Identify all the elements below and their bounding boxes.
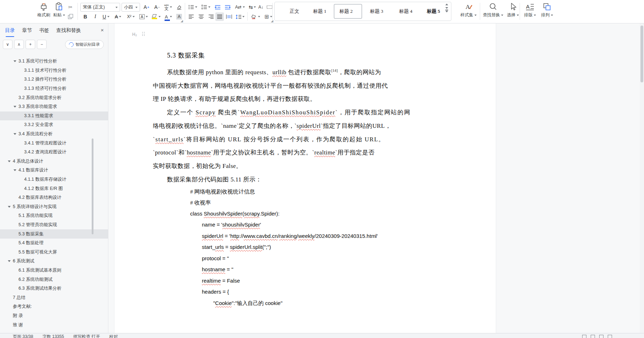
document-text-line[interactable]: "Cookie":"输入自己的 cookie" — [213, 300, 283, 307]
justify-button[interactable] — [215, 12, 224, 21]
text-direction-button[interactable]: A⇄ — [234, 3, 246, 11]
toc-item[interactable]: 5.4 数据处理 — [0, 239, 108, 248]
line-spacing-button[interactable] — [234, 12, 246, 21]
style-heading5[interactable]: 标题 5 — [427, 2, 440, 21]
arrange-button[interactable]: 排列 — [538, 2, 556, 18]
window-scrollbar[interactable] — [640, 23, 644, 333]
increase-indent-button[interactable] — [223, 3, 232, 11]
superscript-button[interactable]: X² — [124, 12, 137, 21]
copy-button[interactable] — [66, 12, 75, 21]
toc-expand-all-button[interactable]: + — [26, 40, 35, 49]
toc-item[interactable]: 6.3 系统测试结果分析 — [0, 284, 108, 293]
toc-item[interactable]: 3.2 系统功能需求分析 — [0, 93, 108, 102]
style-body[interactable]: 正文 — [290, 2, 299, 21]
toc-item[interactable]: 3.3.1 性能需求 — [0, 111, 108, 121]
document-text-line[interactable]: `start_urls`将目标网站的 URL 按分号拆分成一个列表，作为爬取的起… — [153, 135, 385, 143]
toc-collapse-up-button[interactable]: ∧ — [14, 40, 24, 49]
cut-button[interactable]: ✂ — [66, 3, 75, 11]
document-text-line[interactable]: # 网络电视剧收视统计信息 — [190, 188, 255, 196]
toc-item[interactable]: 3.3.2 安全需求 — [0, 120, 108, 130]
toc-item[interactable]: 6 系统测试 — [0, 257, 108, 266]
document-text-line[interactable]: start_urls = spiderUrl.split(";") — [202, 244, 271, 250]
view-mode-icon[interactable] — [591, 335, 595, 338]
document-text-line[interactable]: 中国视听大数据官网，网络电视剧收视统计平台一般都有较强的反爬机制，通过使用代 — [153, 82, 388, 90]
toc-item[interactable]: 3.1 系统可行性分析 — [0, 57, 108, 66]
bullet-list-button[interactable] — [187, 3, 198, 11]
align-right-button[interactable] — [207, 12, 215, 21]
format-painter-button[interactable]: 格式刷 — [36, 2, 52, 18]
toc-collapse-all-button[interactable]: − — [37, 40, 47, 49]
document-text-line[interactable]: name = 'shoushilvSpider' — [202, 222, 261, 228]
decrease-indent-button[interactable] — [213, 3, 222, 11]
status-proof[interactable]: 校对 — [109, 334, 118, 338]
style-set-button[interactable]: A 样式集 — [458, 2, 478, 18]
drag-handle-icon[interactable] — [142, 32, 145, 36]
document-text-line[interactable]: 系统数据使用 python 里面的 requests、urllib 包进行数据爬… — [167, 68, 381, 76]
select-button[interactable]: 选择 — [505, 2, 521, 18]
style-heading3[interactable]: 标题 3 — [370, 2, 383, 21]
triangle-down-icon[interactable] — [14, 60, 16, 62]
font-color-button[interactable]: A — [163, 12, 174, 21]
document-text-line[interactable]: 数据采集部分代码如图 5.11 所示： — [167, 175, 262, 184]
style-heading2[interactable]: 标题 2 — [339, 2, 353, 21]
toc-item[interactable]: 7 总结 — [0, 293, 108, 302]
scrollbar-thumb[interactable] — [640, 26, 643, 82]
style-heading4[interactable]: 标题 4 — [399, 2, 412, 21]
style-heading1[interactable]: 标题 1 — [313, 2, 326, 21]
find-replace-button[interactable]: 查找替换 — [481, 2, 505, 18]
tab-find-replace[interactable]: 查找和替换 — [56, 27, 81, 34]
view-mode-icon[interactable] — [582, 335, 586, 338]
toc-item[interactable]: 致 谢 — [0, 320, 108, 329]
section-heading[interactable]: 5.3 数据采集 — [167, 51, 205, 60]
sort-button[interactable]: A↓ — [257, 3, 265, 11]
highlight-button[interactable] — [150, 12, 162, 21]
toc-item[interactable]: 6.1 系统测试基本原则 — [0, 266, 108, 275]
document-page[interactable]: H₂ 5.3 数据采集 系统数据使用 python 里面的 requests、u… — [114, 23, 496, 333]
toc-item[interactable]: 参考文献: — [0, 302, 108, 311]
toc-item[interactable]: 6.2 系统功能测试 — [0, 275, 108, 284]
gallery-up-icon[interactable] — [445, 4, 448, 5]
triangle-down-icon[interactable] — [14, 169, 16, 171]
document-text-line[interactable]: realtime = False — [202, 278, 240, 284]
shading-button[interactable] — [249, 12, 262, 21]
smart-toc-button[interactable]: 智能识别目录 — [65, 40, 104, 49]
status-words[interactable]: 字数 13355 — [42, 334, 64, 338]
toc-item[interactable]: 附 录 — [0, 311, 108, 321]
tab-bookmarks[interactable]: 书签 — [39, 27, 49, 34]
document-text-line[interactable]: class ShoushilvSpider(scrapy.Spider): — [190, 211, 280, 217]
close-icon[interactable]: × — [101, 27, 104, 33]
document-text-line[interactable]: spiderUrl = 'http://www.cavbd.cn/ranking… — [202, 233, 378, 239]
tab-chapters[interactable]: 章节 — [22, 27, 32, 34]
triangle-down-icon[interactable] — [8, 206, 11, 208]
shrink-font-button[interactable]: A− — [153, 3, 161, 11]
document-text-line[interactable]: 理 IP 轮换请求，有助于规避反爬虫机制，再进行数据获取。 — [153, 95, 316, 103]
numbered-list-button[interactable] — [200, 3, 212, 11]
document-text-line[interactable]: 络电视剧收视统计信息。`name`定义了爬虫的名称，`spiderUrl`指定了… — [153, 122, 391, 130]
char-border-button[interactable]: A — [138, 12, 149, 21]
align-left-button[interactable] — [187, 12, 195, 21]
font-size-select[interactable]: 小四 — [122, 3, 140, 12]
sidebar-scrollbar[interactable] — [92, 138, 93, 234]
document-text-line[interactable]: headers = { — [202, 289, 229, 295]
font-group-expander[interactable]: ◢ — [181, 19, 183, 23]
pinyin-guide-button[interactable]: wén 文 — [163, 3, 173, 11]
document-text-line[interactable]: # 收视率 — [190, 199, 211, 207]
triangle-down-icon[interactable] — [14, 133, 16, 135]
document-text-line[interactable]: 实时获取数据，初始化为 False。 — [153, 162, 242, 170]
toc-item[interactable]: 3.1.2 操作可行性分析 — [0, 75, 108, 84]
toc-item[interactable]: 3.4 系统流程分析 — [0, 130, 108, 139]
view-mode-icon[interactable] — [608, 335, 612, 338]
toc-item[interactable]: 3.1.3 经济可行性分析 — [0, 84, 108, 93]
italic-button[interactable]: I — [91, 12, 100, 21]
toc-item[interactable]: 5.5 数据可视化大屏 — [0, 247, 108, 257]
document-text-line[interactable]: `protocol`和`hostname`用于定义协议和主机名，暂时为空。`re… — [153, 148, 375, 157]
grow-font-button[interactable]: A+ — [142, 3, 151, 11]
triangle-down-icon[interactable] — [8, 260, 11, 262]
layout-button[interactable]: A 排版 — [521, 2, 539, 18]
triangle-down-icon[interactable] — [14, 106, 16, 108]
document-text-line[interactable]: 定义一个 Scrapy 爬虫类`WangLuoDianShiShouShiSpi… — [167, 108, 410, 116]
font-name-select[interactable]: 宋体 (正文) — [80, 3, 120, 12]
toc-item[interactable]: 3.1.1 技术可行性分析 — [0, 66, 108, 75]
document-text-line[interactable]: hostname = '' — [202, 266, 234, 272]
triangle-down-icon[interactable] — [8, 160, 11, 162]
